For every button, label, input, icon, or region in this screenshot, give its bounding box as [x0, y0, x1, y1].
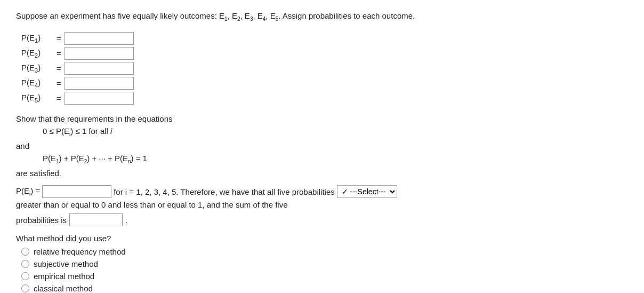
prob-label-1: P(E1) — [21, 33, 53, 44]
prob-row-1: P(E1) = — [21, 32, 628, 45]
radio-label-classical: classical method — [34, 284, 93, 293]
prob-is-label: probabilities is — [16, 216, 67, 225]
equation-2: P(E1) + P(E2) + ··· + P(En) = 1 — [43, 154, 628, 164]
radio-relative-frequency[interactable]: relative frequency method — [21, 247, 628, 256]
radio-circle-subjective — [21, 260, 29, 268]
prob-input-4[interactable] — [65, 77, 134, 90]
method-question: What method did you use? — [16, 234, 628, 243]
radio-label-subjective: subjective method — [34, 259, 98, 268]
are-select[interactable]: ✓ ---Select--- are are not — [337, 185, 397, 198]
show-text: Show that the requirements in the equati… — [16, 114, 628, 123]
radio-circle-classical — [21, 284, 29, 292]
prob-row-4: P(E4) = — [21, 77, 628, 90]
and-text: and — [16, 141, 628, 151]
prob-sum-row: probabilities is . — [16, 213, 628, 226]
greater-text: greater than or equal to 0 and less than… — [16, 200, 288, 209]
intro-text: Suppose an experiment has five equally l… — [16, 10, 628, 23]
radio-label-empirical: empirical method — [34, 272, 94, 281]
equation-1: 0 ≤ P(Ei) ≤ 1 for all i — [43, 126, 628, 137]
pei-input[interactable] — [42, 185, 111, 198]
radio-circle-relative — [21, 248, 29, 256]
period: . — [125, 216, 127, 225]
prob-row-5: P(E5) = — [21, 92, 628, 105]
prob-input-5[interactable] — [65, 92, 134, 105]
satisfied-text: are satisfied. — [16, 169, 628, 178]
prob-input-3[interactable] — [65, 62, 134, 75]
radio-classical[interactable]: classical method — [21, 284, 628, 293]
radio-empirical[interactable]: empirical method — [21, 272, 628, 281]
prob-row-3: P(E3) = — [21, 62, 628, 75]
prob-label-2: P(E2) — [21, 48, 53, 59]
pei-for-text: for i = 1, 2, 3, 4, 5. Therefore, we hav… — [114, 187, 335, 196]
select-dropdown-wrapper: ✓ ---Select--- are are not — [337, 185, 397, 198]
prob-input-1[interactable] — [65, 32, 134, 45]
prob-label-4: P(E4) — [21, 78, 53, 89]
prob-row-2: P(E2) = — [21, 47, 628, 60]
prob-inputs: P(E1) = P(E2) = P(E3) = P(E4) = P(E5) = — [21, 32, 628, 105]
prob-label-3: P(E3) — [21, 63, 53, 74]
method-section: What method did you use? relative freque… — [16, 234, 628, 293]
radio-subjective[interactable]: subjective method — [21, 259, 628, 268]
pei-label: P(Ei) = — [16, 186, 40, 197]
radio-circle-empirical — [21, 272, 29, 280]
radio-group: relative frequency method subjective met… — [21, 247, 628, 293]
pei-row: P(Ei) = for i = 1, 2, 3, 4, 5. Therefore… — [16, 185, 628, 209]
prob-label-5: P(E5) — [21, 93, 53, 104]
prob-sum-input[interactable] — [69, 213, 123, 226]
radio-label-relative: relative frequency method — [34, 247, 126, 256]
prob-input-2[interactable] — [65, 47, 134, 60]
